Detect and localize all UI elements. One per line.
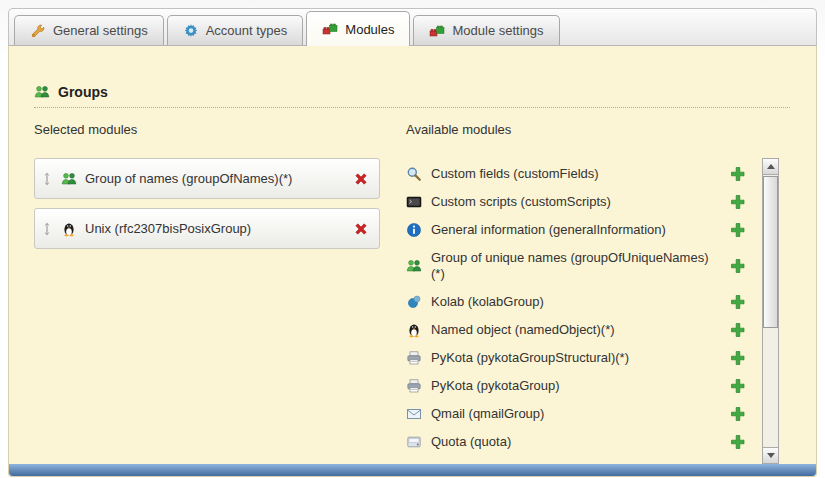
group-icon bbox=[34, 84, 50, 100]
add-module-button[interactable] bbox=[730, 406, 746, 422]
gear-icon bbox=[183, 23, 199, 39]
available-module-row: Custom fields (customFields) bbox=[406, 160, 759, 188]
disk-icon bbox=[406, 434, 422, 450]
group-icon bbox=[406, 258, 422, 274]
available-module-label: Quota (quota) bbox=[431, 434, 721, 450]
tab-account-types[interactable]: Account types bbox=[167, 15, 304, 45]
add-module-button[interactable] bbox=[730, 222, 746, 238]
scroll-up-button[interactable] bbox=[763, 159, 778, 175]
tools-icon bbox=[30, 23, 46, 39]
info-icon bbox=[406, 222, 422, 238]
section-title: Groups bbox=[58, 84, 108, 100]
available-module-label: PyKota (pykotaGroupStructural)(*) bbox=[431, 350, 721, 366]
available-module-row: Named object (namedObject)(*) bbox=[406, 316, 759, 344]
tab-general-settings[interactable]: General settings bbox=[14, 15, 164, 45]
available-module-row: Quota (quota) bbox=[406, 428, 759, 456]
add-module-button[interactable] bbox=[730, 350, 746, 366]
available-module-row: General information (generalInformation) bbox=[406, 216, 759, 244]
selected-module-row: Unix (rfc2307bisPosixGroup) bbox=[34, 208, 380, 249]
tux-icon bbox=[406, 322, 422, 338]
add-module-button[interactable] bbox=[730, 258, 746, 274]
add-module-button[interactable] bbox=[730, 294, 746, 310]
available-module-label: Named object (namedObject)(*) bbox=[431, 322, 721, 338]
tux-icon bbox=[61, 221, 77, 237]
scroll-down-button[interactable] bbox=[763, 447, 778, 463]
kolab-icon bbox=[406, 294, 422, 310]
selected-module-label: Group of names (groupOfNames)(*) bbox=[85, 171, 345, 186]
available-module-label: Qmail (qmailGroup) bbox=[431, 406, 721, 422]
available-module-row: PyKota (pykotaGroup) bbox=[406, 372, 759, 400]
lam-configuration-page: General settings Account types Modules M… bbox=[0, 0, 825, 478]
available-modules-heading: Available modules bbox=[406, 122, 511, 137]
available-module-row: Custom scripts (customScripts) bbox=[406, 188, 759, 216]
printer-icon bbox=[406, 350, 422, 366]
delete-module-button[interactable] bbox=[353, 221, 369, 237]
selected-modules-list: Group of names (groupOfNames)(*) Unix (r… bbox=[34, 158, 380, 258]
available-module-label: Group of unique names (groupOfUniqueName… bbox=[431, 250, 721, 282]
tab-label: Account types bbox=[206, 23, 288, 38]
section-header: Groups bbox=[34, 84, 790, 108]
selected-module-label: Unix (rfc2307bisPosixGroup) bbox=[85, 221, 345, 236]
group-icon bbox=[61, 171, 77, 187]
drag-handle-icon[interactable] bbox=[41, 171, 53, 187]
console-icon bbox=[406, 194, 422, 210]
delete-module-button[interactable] bbox=[353, 171, 369, 187]
tab-strip: General settings Account types Modules M… bbox=[8, 8, 817, 46]
available-module-label: PyKota (pykotaGroup) bbox=[431, 378, 721, 394]
add-module-button[interactable] bbox=[730, 194, 746, 210]
available-modules-list: Custom fields (customFields) Custom scri… bbox=[406, 160, 759, 456]
modules-panel: Groups Selected modules Available module… bbox=[8, 46, 817, 477]
add-module-button[interactable] bbox=[730, 378, 746, 394]
available-module-label: Custom fields (customFields) bbox=[431, 166, 721, 182]
available-module-label: Kolab (kolabGroup) bbox=[431, 294, 721, 310]
scrollbar-thumb[interactable] bbox=[763, 176, 778, 328]
available-module-row: Kolab (kolabGroup) bbox=[406, 288, 759, 316]
add-module-button[interactable] bbox=[730, 322, 746, 338]
available-module-row: Group of unique names (groupOfUniqueName… bbox=[406, 244, 759, 288]
tab-modules[interactable]: Modules bbox=[306, 11, 410, 46]
available-module-row: Qmail (qmailGroup) bbox=[406, 400, 759, 428]
scrollbar[interactable] bbox=[762, 158, 779, 464]
mail-icon bbox=[406, 406, 422, 422]
modules-icon bbox=[322, 21, 338, 37]
available-module-label: Custom scripts (customScripts) bbox=[431, 194, 721, 210]
add-module-button[interactable] bbox=[730, 434, 746, 450]
available-module-label: General information (generalInformation) bbox=[431, 222, 721, 238]
selected-modules-heading: Selected modules bbox=[34, 122, 137, 137]
tab-label: Modules bbox=[345, 22, 394, 37]
tab-label: General settings bbox=[53, 23, 148, 38]
available-module-row: PyKota (pykotaGroupStructural)(*) bbox=[406, 344, 759, 372]
tab-label: Module settings bbox=[452, 23, 543, 38]
printer-icon bbox=[406, 378, 422, 394]
tab-module-settings[interactable]: Module settings bbox=[413, 15, 559, 45]
selected-module-row: Group of names (groupOfNames)(*) bbox=[34, 158, 380, 199]
arrow-up-icon bbox=[767, 164, 775, 169]
magnifier-icon bbox=[406, 166, 422, 182]
arrow-down-icon bbox=[767, 453, 775, 458]
footer-bar bbox=[9, 464, 816, 476]
modules-icon bbox=[429, 23, 445, 39]
drag-handle-icon[interactable] bbox=[41, 221, 53, 237]
add-module-button[interactable] bbox=[730, 166, 746, 182]
